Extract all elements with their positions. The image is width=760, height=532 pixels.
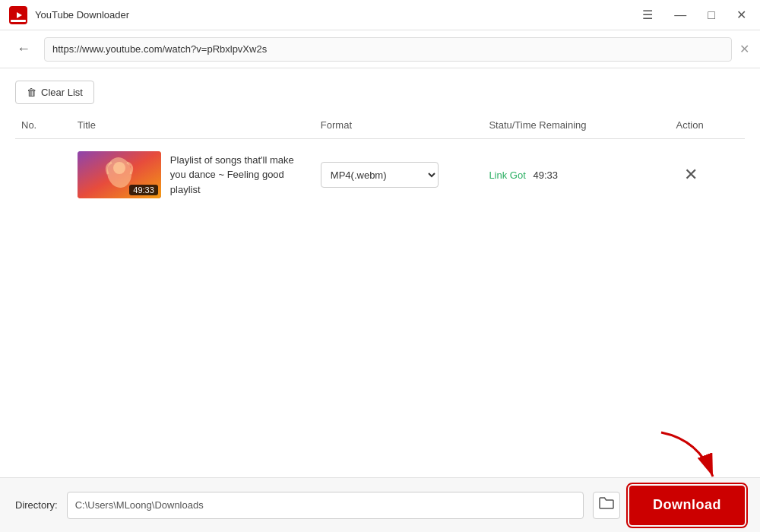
close-button[interactable]: ✕: [732, 8, 751, 23]
download-table-container: No. Title Format Statu/Time Remaining Ac…: [0, 112, 760, 477]
row-title-cell: 49:33 Playlist of songs that'll make you…: [71, 139, 315, 211]
row-status-cell: Link Got 49:33: [483, 139, 670, 211]
col-header-action: Action: [670, 112, 745, 139]
col-header-no: No.: [15, 112, 71, 139]
row-action-cell: ✕: [670, 139, 745, 211]
bottom-bar: Directory: Download: [0, 477, 760, 532]
minimize-button[interactable]: —: [670, 8, 691, 23]
status-label: Link Got: [489, 169, 525, 181]
table-header-row: No. Title Format Statu/Time Remaining Ac…: [15, 112, 745, 139]
col-header-status: Statu/Time Remaining: [483, 112, 670, 139]
app-title: YouTube Downloader: [35, 9, 638, 21]
toolbar: 🗑 Clear List: [0, 68, 760, 112]
url-input[interactable]: [44, 37, 732, 62]
download-button[interactable]: Download: [629, 486, 745, 525]
menu-button[interactable]: ☰: [638, 8, 657, 23]
video-thumbnail: 49:33: [78, 151, 161, 198]
col-header-title: Title: [71, 112, 315, 139]
folder-icon: [599, 496, 614, 514]
time-remaining: 49:33: [533, 169, 558, 181]
url-clear-button[interactable]: ✕: [739, 42, 749, 56]
directory-label: Directory:: [15, 499, 58, 511]
back-button[interactable]: ←: [11, 38, 36, 60]
download-table: No. Title Format Statu/Time Remaining Ac…: [15, 112, 745, 211]
window-controls: ☰ — □ ✕: [638, 8, 751, 23]
browse-folder-button[interactable]: [593, 492, 620, 519]
row-format-cell: MP4(.webm) MP3 MP4 WEBM: [315, 139, 483, 211]
row-no: [15, 139, 71, 211]
app-logo: [9, 6, 27, 24]
delete-button[interactable]: ✕: [676, 162, 705, 188]
video-title: Playlist of songs that'll make you dance…: [170, 153, 309, 198]
main-content: 🗑 Clear List No. Title Format Statu/Time…: [0, 68, 760, 477]
maximize-button[interactable]: □: [703, 8, 720, 23]
directory-input[interactable]: [67, 492, 584, 519]
col-header-format: Format: [315, 112, 483, 139]
clear-list-button[interactable]: 🗑 Clear List: [15, 81, 94, 104]
thumbnail-duration: 49:33: [129, 185, 158, 195]
address-bar: ← ✕: [0, 30, 760, 68]
svg-point-5: [113, 162, 125, 174]
title-bar: YouTube Downloader ☰ — □ ✕: [0, 0, 760, 30]
trash-icon: 🗑: [27, 87, 36, 98]
svg-rect-2: [11, 20, 26, 22]
format-select[interactable]: MP4(.webm) MP3 MP4 WEBM: [321, 162, 439, 188]
table-row: 49:33 Playlist of songs that'll make you…: [15, 139, 745, 211]
clear-list-label: Clear List: [41, 87, 83, 98]
download-area: Download: [629, 486, 745, 525]
